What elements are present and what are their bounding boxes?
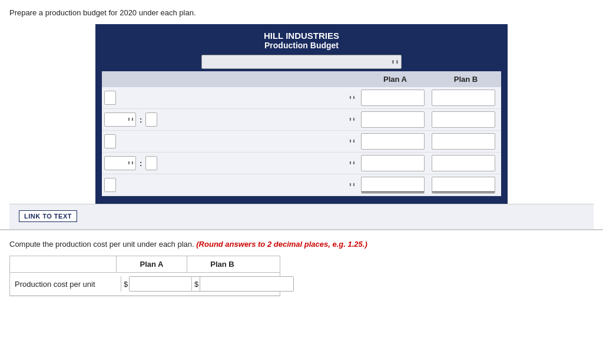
bottom-section: Compute the production cost per unit und…	[0, 230, 603, 306]
bottom-instructions-text: Compute the production cost per unit und…	[9, 240, 194, 249]
row2-main-select[interactable]	[145, 112, 157, 127]
row4-prefix-select[interactable]	[104, 156, 136, 170]
table-row: :	[102, 153, 501, 174]
grid-table: Plan A Plan B	[102, 71, 501, 196]
cost-table-header: Plan A Plan B	[10, 256, 280, 273]
row1-plan-b-input[interactable]	[432, 90, 495, 106]
link-to-text-button[interactable]: LINK TO TEXT	[19, 210, 77, 222]
row5-plan-a-input[interactable]	[361, 177, 425, 193]
plan-a-header: Plan A	[360, 74, 430, 85]
dollar-sign-a: $	[124, 280, 128, 289]
bottom-instructions-italic: (Round answers to 2 decimal places, e.g.…	[196, 240, 367, 249]
column-headers: Plan A Plan B	[102, 71, 501, 87]
row1-select[interactable]	[104, 91, 116, 105]
row4-plan-b-input[interactable]	[432, 155, 495, 171]
cost-plan-b-cell: $	[191, 276, 262, 292]
table-row	[102, 131, 501, 153]
cost-plan-b-header: Plan B	[187, 256, 257, 272]
cost-plan-b-input[interactable]	[200, 276, 294, 292]
cost-plan-a-header: Plan A	[116, 256, 187, 272]
dollar-sign-b: $	[194, 280, 198, 289]
cost-row: Production cost per unit $ $	[10, 273, 280, 296]
cost-table: Plan A Plan B Production cost per unit $…	[9, 256, 280, 296]
colon-separator: :	[140, 115, 142, 124]
production-budget-table: HILL INDUSTRIES Production Budget Plan A…	[95, 24, 508, 204]
row1-plan-a-input[interactable]	[361, 90, 425, 106]
row5-plan-b-input[interactable]	[432, 177, 495, 193]
table-row	[102, 174, 501, 196]
title-select[interactable]	[201, 55, 402, 69]
row2-plan-a-input[interactable]	[361, 111, 425, 128]
row3-select[interactable]	[104, 134, 116, 148]
colon-separator: :	[140, 159, 142, 168]
budget-title: Production Budget	[102, 41, 501, 50]
data-rows: :	[102, 87, 501, 196]
company-name: HILL INDUSTRIES	[102, 31, 501, 41]
top-instructions: Prepare a production budget for 2020 und…	[9, 8, 594, 17]
row3-plan-b-input[interactable]	[432, 133, 495, 150]
table-row: :	[102, 109, 501, 131]
table-row	[102, 87, 501, 109]
table-header: HILL INDUSTRIES Production Budget	[102, 31, 501, 50]
row4-main-select[interactable]	[145, 156, 157, 170]
row2-prefix-select[interactable]	[104, 112, 136, 127]
title-input-row	[102, 55, 501, 69]
link-to-text-section: LINK TO TEXT	[9, 204, 594, 229]
row3-plan-a-input[interactable]	[361, 133, 425, 150]
title-select-wrapper	[201, 55, 402, 69]
bottom-instructions: Compute the production cost per unit und…	[9, 240, 594, 249]
cost-row-label: Production cost per unit	[15, 280, 121, 289]
cost-plan-a-cell: $	[121, 276, 191, 292]
top-section: Prepare a production budget for 2020 und…	[0, 0, 603, 230]
row5-select[interactable]	[104, 178, 116, 192]
row4-plan-a-input[interactable]	[361, 155, 425, 171]
plan-b-header: Plan B	[430, 74, 501, 85]
row2-plan-b-input[interactable]	[432, 111, 495, 128]
